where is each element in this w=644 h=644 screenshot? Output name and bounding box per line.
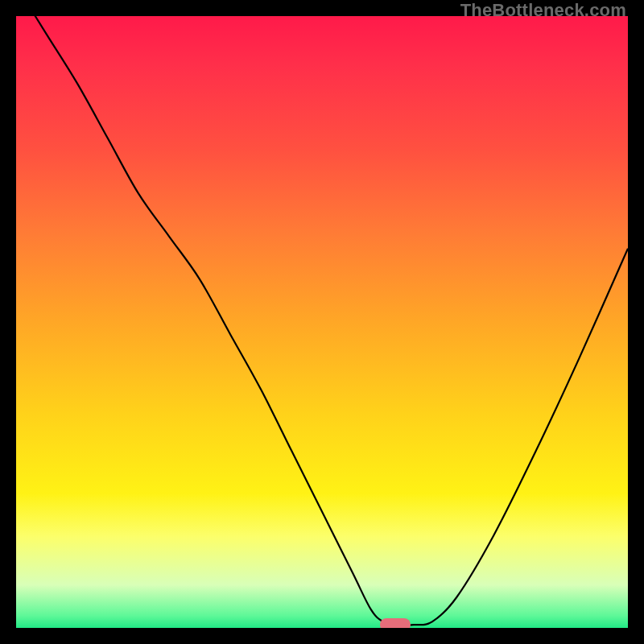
plot-area — [16, 16, 628, 628]
watermark-label: TheBottleneck.com — [460, 0, 626, 21]
optimal-marker — [380, 618, 411, 628]
gradient-background — [16, 16, 628, 628]
chart-frame: TheBottleneck.com — [0, 0, 644, 644]
